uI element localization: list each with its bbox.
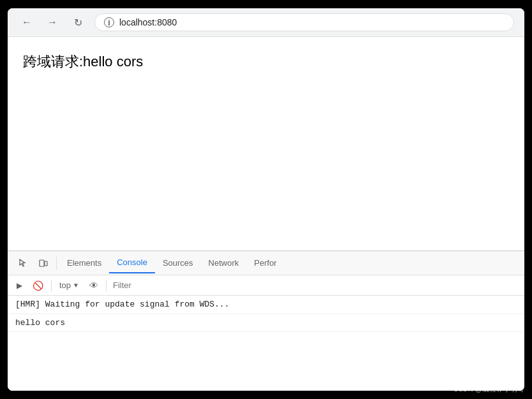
log-text-2: hello cors — [15, 318, 65, 328]
forward-arrow-icon: → — [47, 17, 57, 28]
svg-rect-0 — [40, 260, 44, 266]
watermark: CSDN @编程界小明哥 — [454, 384, 524, 394]
forward-button[interactable]: → — [43, 13, 61, 31]
dropdown-arrow-icon: ▼ — [73, 282, 79, 289]
page-content: 跨域请求:hello cors — [8, 37, 524, 250]
clear-errors-button[interactable]: 🚫 — [29, 279, 47, 293]
console-toolbar: ▶ 🚫 top ▼ 👁 — [8, 275, 524, 296]
context-selector[interactable]: top ▼ — [55, 279, 83, 292]
devtools-tab-bar: Elements Console Sources Network Perfor — [8, 251, 524, 275]
address-bar: ← → ↻ i localhost:8080 — [8, 8, 524, 37]
tab-sources[interactable]: Sources — [155, 253, 201, 273]
reload-button[interactable]: ↻ — [69, 13, 87, 31]
inspect-element-button[interactable] — [13, 254, 33, 272]
log-text-1: [HMR] Waiting for update signal from WDS… — [15, 300, 229, 309]
tab-elements[interactable]: Elements — [59, 253, 109, 273]
tab-network[interactable]: Network — [201, 253, 247, 273]
toolbar-separator-2 — [106, 280, 107, 291]
cursor-icon — [18, 258, 28, 268]
block-icon: 🚫 — [33, 280, 43, 291]
url-text: localhost:8080 — [119, 17, 177, 27]
execute-button[interactable]: ▶ — [13, 279, 26, 292]
context-label: top — [59, 280, 71, 290]
console-log: [HMR] Waiting for update signal from WDS… — [8, 296, 524, 391]
toolbar-separator-1 — [51, 280, 52, 291]
tab-performance[interactable]: Perfor — [246, 253, 284, 273]
browser-window: ← → ↻ i localhost:8080 跨域请求:hello cors — [8, 8, 524, 391]
tab-console[interactable]: Console — [109, 252, 155, 273]
back-arrow-icon: ← — [22, 17, 32, 28]
tab-separator — [56, 257, 57, 270]
page-text: 跨域请求:hello cors — [23, 52, 509, 71]
devtools-panel: Elements Console Sources Network Perfor … — [8, 250, 524, 391]
reload-icon: ↻ — [74, 17, 82, 29]
log-entry: [HMR] Waiting for update signal from WDS… — [8, 296, 524, 314]
svg-rect-1 — [45, 261, 47, 266]
url-bar[interactable]: i localhost:8080 — [94, 13, 514, 31]
back-button[interactable]: ← — [18, 13, 36, 31]
eye-icon: 👁 — [89, 280, 98, 291]
eye-button[interactable]: 👁 — [85, 279, 102, 293]
play-icon: ▶ — [17, 281, 22, 290]
log-entry: hello cors — [8, 314, 524, 333]
filter-input[interactable] — [110, 279, 187, 291]
device-icon — [38, 258, 48, 268]
device-toolbar-button[interactable] — [33, 254, 54, 272]
info-icon: i — [104, 17, 114, 27]
